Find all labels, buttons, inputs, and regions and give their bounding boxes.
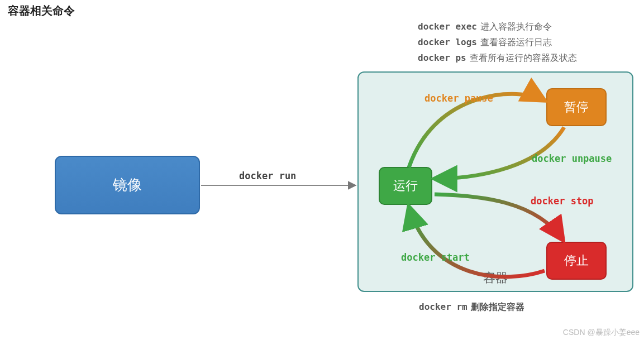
node-image: 镜像 [55,156,200,214]
cmd-desc: 进入容器执行命令 [480,22,552,31]
top-command-list: docker exec进入容器执行命令 docker logs查看容器运行日志 … [418,19,577,66]
cmd-desc: 删除指定容器 [471,301,524,312]
cmd-logs: docker logs查看容器运行日志 [418,35,577,50]
cmd-desc: 查看所有运行的容器及状态 [470,53,577,63]
cmd-text: docker rm [419,301,468,312]
cmd-exec: docker exec进入容器执行命令 [418,19,577,35]
bottom-command: docker rm删除指定容器 [419,301,524,313]
diagram-title: 容器相关命令 [8,3,75,18]
node-run: 运行 [379,167,432,205]
edge-label-pause: docker pause [424,93,493,104]
cmd-text: docker ps [418,52,466,63]
node-image-label: 镜像 [113,175,142,195]
watermark: CSDN @暴躁小姜eee [563,328,640,338]
cmd-text: docker exec [418,21,477,32]
node-stop: 停止 [546,242,607,280]
node-pause: 暂停 [546,88,607,126]
edge-label-stop: docker stop [531,195,594,207]
edge-label-unpause: docker unpause [532,153,612,164]
cmd-ps: docker ps查看所有运行的容器及状态 [418,50,577,66]
edge-label-start: docker start [401,252,470,263]
node-stop-label: 停止 [564,252,589,269]
cmd-text: docker logs [418,37,477,47]
edge-label-run: docker run [239,170,296,181]
cmd-desc: 查看容器运行日志 [480,37,552,47]
node-pause-label: 暂停 [564,99,589,116]
node-run-label: 运行 [393,178,418,194]
